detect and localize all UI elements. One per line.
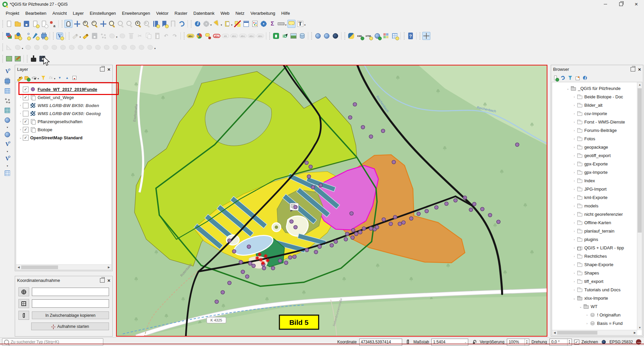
browser-item-label[interactable]: Forst - WMS-Dienste bbox=[584, 119, 625, 125]
toolbar-handle[interactable] bbox=[2, 55, 4, 62]
filter-browser-icon[interactable] bbox=[567, 75, 574, 81]
expander-icon[interactable]: › bbox=[572, 271, 577, 275]
paste-features-icon[interactable] bbox=[153, 32, 161, 40]
expander-icon[interactable]: ⌄ bbox=[578, 305, 583, 308]
cad-tools-icon[interactable] bbox=[5, 43, 13, 51]
refresh-map-icon[interactable] bbox=[178, 20, 186, 28]
expander-icon[interactable]: › bbox=[572, 129, 577, 132]
browser-item-wt[interactable]: ⌄WT bbox=[566, 302, 642, 311]
rotate-label-icon[interactable]: abc bbox=[248, 32, 256, 40]
expander-icon[interactable]: › bbox=[572, 120, 577, 124]
raster-image-selector-icon[interactable] bbox=[38, 55, 46, 63]
expander-icon[interactable]: › bbox=[572, 146, 577, 149]
browser-item-label[interactable]: plugins bbox=[584, 237, 598, 242]
merge-feature-attributes-icon[interactable] bbox=[129, 43, 137, 51]
show-layout-manager-icon[interactable] bbox=[40, 20, 48, 28]
browser-item-fotos[interactable]: ›Fotos bbox=[566, 135, 642, 143]
browser-item-label[interactable]: gpx-Exporte bbox=[584, 161, 608, 166]
browser-item-qgis-lidar-tipp[interactable]: ›QGIS + LIDAR - tipp bbox=[566, 244, 642, 252]
browser-item-index[interactable]: ›Index bbox=[566, 177, 642, 185]
expander-icon[interactable]: › bbox=[572, 104, 577, 107]
layer-name[interactable]: Biotope bbox=[38, 127, 52, 132]
menu-vektor[interactable]: Vektor bbox=[153, 9, 171, 17]
expander-icon[interactable]: › bbox=[572, 154, 577, 157]
expander-icon[interactable]: ⌄ bbox=[572, 297, 577, 300]
pin-labels-icon[interactable] bbox=[204, 32, 212, 40]
menu-verarbeitung[interactable]: Verarbeitung bbox=[248, 9, 278, 17]
toolbar-handle[interactable] bbox=[2, 32, 4, 40]
layer-visibility-checkbox[interactable]: ✓ bbox=[23, 127, 29, 133]
browser-item-label[interactable]: Forums-Beiträge bbox=[584, 128, 617, 133]
cut-features-icon[interactable]: ✂ bbox=[136, 32, 144, 40]
menu-web[interactable]: Web bbox=[217, 9, 232, 17]
layer-row-gebiet-und-wege[interactable]: ›✓Gebiet_und_Wege bbox=[16, 93, 111, 101]
browser-item-label[interactable]: planlauf_terrain bbox=[584, 229, 614, 234]
id-editor-icon[interactable]: iD bbox=[281, 32, 289, 40]
maximize-button[interactable] bbox=[613, 0, 629, 8]
menu-netz[interactable]: Netz bbox=[232, 9, 248, 17]
layer-name[interactable]: Funde_WT_2017_2019Funde bbox=[38, 87, 97, 92]
expander-icon[interactable]: › bbox=[572, 246, 577, 250]
add-ring-icon[interactable] bbox=[42, 43, 50, 51]
add-part-icon[interactable] bbox=[50, 43, 58, 51]
expander-icon[interactable]: › bbox=[572, 137, 577, 141]
browser-item-geopackage[interactable]: ›geopackage bbox=[566, 143, 642, 151]
layer-labeling-options-icon[interactable]: abc bbox=[186, 32, 195, 40]
project-open-icon[interactable] bbox=[14, 20, 22, 28]
browser-item-forums-beitr-ge[interactable]: ›Forums-Beiträge bbox=[566, 126, 642, 135]
field-calculator-icon[interactable] bbox=[251, 20, 259, 28]
plugin-teal-grid-icon[interactable] bbox=[3, 106, 11, 114]
minimize-button[interactable] bbox=[598, 0, 613, 8]
browser-item-gpx-exporte[interactable]: ›gpx-Exporte bbox=[566, 160, 642, 168]
browser-item-label[interactable]: tiff_export bbox=[584, 279, 603, 284]
close-button[interactable]: × bbox=[629, 0, 644, 8]
browser-item-jpg-import[interactable]: ›JPG-Import bbox=[566, 185, 642, 193]
browser-item-kml-exporte[interactable]: ›kml-Exporte bbox=[566, 193, 642, 202]
menu-raster[interactable]: Raster bbox=[171, 9, 190, 17]
toolbar-handle[interactable] bbox=[183, 32, 185, 40]
coordinate-capture-float-button[interactable] bbox=[100, 278, 105, 283]
browser-item-gpx-importe[interactable]: ›gpx-Importe bbox=[566, 168, 642, 177]
layer-visibility-checkbox[interactable]: ✓ bbox=[23, 135, 29, 141]
delete-ring-icon[interactable] bbox=[68, 43, 76, 51]
run-feature-action-dropdown-icon[interactable]: ▾ bbox=[210, 23, 212, 27]
osm-place-search-icon[interactable] bbox=[331, 32, 339, 40]
capture-coordinate-field-2[interactable] bbox=[32, 299, 109, 308]
statistical-summary-icon[interactable]: Σ bbox=[268, 20, 276, 28]
browser-item-label[interactable]: _QGIS für Pilzfreunde bbox=[578, 86, 621, 91]
new-shapefile-layer-icon[interactable]: V bbox=[56, 32, 64, 40]
modify-attributes-icon[interactable] bbox=[118, 32, 126, 40]
scroll-down-icon[interactable]: ▼ bbox=[637, 325, 642, 330]
browser-item-label[interactable]: xlsx-Importe bbox=[584, 296, 608, 301]
select-features-icon[interactable] bbox=[213, 20, 221, 28]
split-features-icon[interactable] bbox=[103, 43, 111, 51]
expander-icon[interactable]: › bbox=[18, 104, 23, 107]
zoom-full-icon[interactable] bbox=[99, 20, 107, 28]
html-image-map-icon[interactable]: HTML bbox=[365, 32, 373, 40]
layer-visibility-checkbox[interactable] bbox=[23, 111, 29, 116]
browser-item-label[interactable]: gpx-Importe bbox=[584, 170, 607, 175]
browser-item-forst-wms-dienste[interactable]: ›Forst - WMS-Dienste bbox=[566, 118, 642, 126]
kml-tools-icon[interactable]: KML bbox=[356, 32, 364, 40]
merge-features-icon[interactable] bbox=[120, 43, 128, 51]
browser-item-label[interactable]: csv-Importe bbox=[584, 111, 607, 116]
browser-item-label[interactable]: WT bbox=[591, 304, 597, 309]
toolbar-handle[interactable] bbox=[403, 32, 405, 40]
processing-toolbox-icon[interactable] bbox=[260, 20, 268, 28]
manage-map-themes-icon[interactable] bbox=[31, 75, 38, 81]
split-parts-icon[interactable] bbox=[111, 43, 119, 51]
qgis2web-icon[interactable] bbox=[373, 32, 381, 40]
browser-hscroll-thumb[interactable] bbox=[557, 331, 597, 335]
browser-item-csv-importe[interactable]: ›csv-Importe bbox=[566, 109, 642, 118]
python-console-icon[interactable] bbox=[347, 32, 355, 40]
locator-search[interactable]: Zu suchender Typ (Strg+K) bbox=[2, 338, 103, 346]
copy-to-clipboard-button[interactable]: In Zwischenablage kopieren bbox=[32, 311, 109, 319]
layer-name[interactable]: OpenStreetMap Standard bbox=[30, 135, 83, 140]
trim-extend-icon[interactable] bbox=[146, 43, 154, 51]
zoom-last-icon[interactable]: ◂ bbox=[134, 20, 142, 28]
zoom-native-icon[interactable] bbox=[125, 20, 133, 28]
deselect-features-icon[interactable] bbox=[233, 20, 241, 28]
filter-by-expression-icon[interactable]: fx bbox=[47, 75, 54, 81]
add-raster-layer-icon[interactable] bbox=[40, 32, 48, 40]
plugin-point-sampler-icon[interactable] bbox=[3, 97, 11, 105]
